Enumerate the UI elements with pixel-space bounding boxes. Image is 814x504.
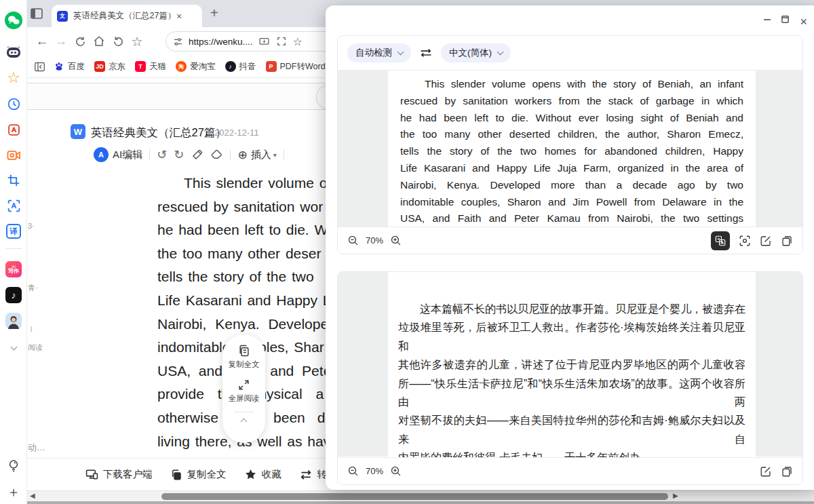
scroll-left-arrow-icon[interactable]: ◀ [30,492,35,499]
lightbulb-icon[interactable] [0,456,27,476]
ai-assistant-robot-icon[interactable] [0,42,27,62]
fullscreen-icon[interactable] [237,379,250,391]
close-button[interactable]: × [800,15,807,29]
add-plus-icon[interactable]: ＋ [0,482,27,502]
redo-icon[interactable]: ↻ [174,147,184,162]
eraser-icon[interactable] [210,149,223,161]
new-tab-button[interactable]: + [210,5,218,21]
app-sidebar: ☆ 译 AI 写作 ♪ [0,0,27,504]
bookmark-tmall[interactable]: T 天猫 [135,61,166,73]
zoom-in-icon[interactable] [390,465,402,477]
doc-date: 2022-12-11 [214,128,259,138]
divider [149,149,150,160]
jd-icon: JD [94,61,105,72]
site-settings-icon[interactable] [173,37,183,47]
sidebar-collapse-chevron-icon[interactable] [0,336,27,357]
scrollbar-thumb[interactable] [161,493,668,500]
screen: 文 英语经典美文（汇总27篇）- 百 × + ← → ☆ https://wen… [0,0,814,504]
refresh-icon[interactable] [71,32,90,51]
zoom-out-icon[interactable] [347,235,359,246]
swap-arrows-icon [299,469,313,480]
forward-icon[interactable]: → [52,32,71,51]
undo-icon[interactable]: ↺ [157,147,167,162]
text-fragment: 动… [28,442,45,454]
download-client-button[interactable]: 下载客户端 [85,468,153,481]
bookmark-baidu[interactable]: 百度 [54,61,85,73]
back-icon[interactable]: ← [33,32,52,51]
source-viewport: This slender volume opens with the story… [338,71,802,228]
history-undo-icon[interactable] [109,32,128,51]
ai-edit-button[interactable]: A AI编辑 [94,147,142,162]
collapse-sidebar-icon[interactable] [34,61,45,73]
douyin-icon: ♪ [225,61,236,72]
edit-pen-icon[interactable] [760,235,772,247]
zoom-in-icon[interactable] [390,235,402,246]
ocr-capture-icon[interactable] [739,235,751,247]
doc-toolbar: A AI编辑 ↺ ↻ ⊕ 插入 ▾ 正文 [94,147,352,162]
home-icon[interactable] [90,32,109,51]
bookmark-jd[interactable]: JD 京东 [94,61,125,73]
history-clock-icon[interactable] [0,94,27,114]
copy-doc-icon[interactable] [237,344,251,357]
zoom-level: 70% [366,466,383,476]
qr-scan-icon[interactable] [276,36,287,47]
ai-logo-icon: A [94,147,109,162]
source-language-select[interactable]: 自动检测 [347,43,411,62]
crop-screenshot-icon[interactable] [0,170,27,191]
tab-favicon: 文 [57,11,68,22]
wechat-icon[interactable] [0,10,27,31]
target-panel: 这本篇幅不长的书以贝尼亚的故事开篇。贝尼亚是个婴儿，被遗弃在 垃圾堆里等死，后被… [337,271,803,485]
format-brush-icon[interactable] [191,149,204,161]
baidu-paw-icon [54,61,64,72]
zoom-level: 70% [366,235,383,246]
favorite-button[interactable]: 收藏 [244,468,282,481]
edit-pen-icon[interactable] [760,465,772,478]
copy-result-icon[interactable] [781,235,793,247]
translate-tool-icon[interactable]: 译 [0,221,27,241]
send-to-device-icon[interactable] [258,36,270,47]
text-fragment: 青· [28,283,38,293]
divider [235,412,254,412]
scroll-right-arrow-icon[interactable]: ▶ [673,492,678,499]
pdf-icon: P [266,61,277,72]
bookmark-star-icon[interactable]: ☆ [293,35,303,48]
url-text[interactable]: https://wenku.... [189,37,253,47]
copy-result-icon[interactable] [781,465,793,478]
pdf-tool-icon[interactable] [0,119,27,140]
douyin-app-icon[interactable]: ♪ [0,285,27,305]
maximize-button[interactable] [781,15,790,24]
tab-panel-toggle-icon[interactable] [30,7,43,20]
translate-document-button-active[interactable] [711,231,730,250]
bookmark-pdf2word[interactable]: P PDF转Word [266,61,326,73]
favorites-star-icon[interactable]: ☆ [0,68,27,88]
ocr-text-icon[interactable] [0,195,27,216]
star-filled-icon [244,468,257,481]
screen-record-icon[interactable] [0,145,27,166]
minimize-button[interactable] [762,15,772,24]
floating-quick-menu: 复制全文 全屏阅读 [222,334,265,443]
favorite-star-icon[interactable]: ☆ [128,32,147,51]
zoom-out-icon[interactable] [347,465,359,477]
ai-writing-icon[interactable]: AI 写作 [0,259,27,279]
insert-button[interactable]: ⊕ 插入 ▾ [237,148,276,162]
source-panel: 自动检测 中文(简体) This slender volume opens wi… [337,35,803,254]
tab-close-icon[interactable]: × [176,11,182,22]
bookmark-aitaobao[interactable]: 淘 爱淘宝 [176,61,216,73]
source-zoom-bar: 70% [338,227,802,254]
swap-languages-icon[interactable] [419,47,433,58]
browser-tab[interactable]: 文 英语经典美文（汇总27篇）- 百 × [52,5,202,27]
target-language-select[interactable]: 中文(简体) [441,43,511,62]
plus-circle-icon: ⊕ [237,148,247,162]
bookmark-douyin[interactable]: ♪ 抖音 [225,61,256,73]
chevron-up-icon[interactable] [241,419,248,425]
copy-all-label[interactable]: 复制全文 [229,360,260,370]
monitor-icon [85,468,98,481]
horizontal-scrollbar[interactable]: ◀ ▶ [27,491,814,501]
doc-title: 英语经典美文（汇总27篇） [91,125,227,140]
user-avatar[interactable] [0,311,27,331]
divider [230,149,231,160]
text-fragment: 阅读 [28,343,43,353]
copy-fulltext-button[interactable]: 复制全文 [170,468,227,481]
word-doc-icon: W [71,124,85,139]
fullscreen-label[interactable]: 全屏阅读 [229,393,260,404]
